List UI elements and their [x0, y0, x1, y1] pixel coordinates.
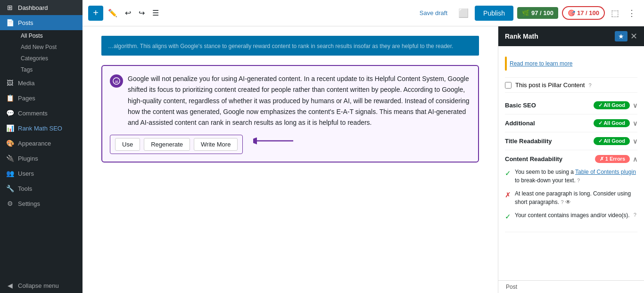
posts-icon: 📄 [6, 19, 14, 26]
content-readability-section: Content Readability ✗ 1 Errors ∧ ✓ You s… [505, 150, 637, 232]
more-options-button[interactable]: ⋮ [625, 6, 638, 21]
basic-seo-section: Basic SEO ✓ All Good ∨ [505, 97, 637, 114]
arrow-indicator [253, 135, 296, 146]
check-icon-3: ✓ [505, 212, 511, 222]
ai-generated-text: Google will not penalize you for using A… [128, 73, 471, 128]
comments-icon: 💬 [6, 109, 14, 117]
seo-score-badge[interactable]: 🌿 97 / 100 [517, 7, 558, 19]
appearance-icon: 🎨 [6, 139, 14, 147]
score-green-icon: 🌿 [522, 9, 529, 16]
add-block-button[interactable]: + [88, 6, 103, 21]
sidebar-item-appearance[interactable]: 🎨 Appearance [0, 136, 83, 151]
collapse-icon: ◀ [6, 282, 14, 289]
toolbar-right: Save draft ⬜ Publish 🌿 97 / 100 🎯 17 / 1… [415, 6, 638, 21]
sidebar-item-all-posts[interactable]: All Posts [17, 30, 83, 41]
editor-area: …algorithm. This aligns with Google's st… [83, 26, 644, 293]
sidebar-item-tools[interactable]: 🔧 Tools [0, 181, 83, 196]
sidebar-item-pages[interactable]: 📋 Pages [0, 90, 83, 106]
undo-button[interactable]: ↩ [122, 6, 134, 20]
title-readability-section: Title Readability ✓ All Good ∨ [505, 132, 637, 150]
basic-seo-label: Basic SEO [505, 102, 536, 109]
preview-icon[interactable]: ⬜ [456, 6, 471, 21]
pencil-tool-button[interactable]: ✏️ [105, 6, 120, 20]
editor-toolbar: + ✏️ ↩ ↪ ☰ Save draft ⬜ Publish 🌿 97 / 1… [83, 0, 644, 26]
error-icon-2: ✗ [505, 190, 511, 201]
readability-text-1: You seem to be using a Table of Contents… [515, 168, 637, 185]
sidebar-item-plugins[interactable]: 🔌 Plugins [0, 151, 83, 166]
eye-icon-2[interactable]: 👁 [565, 199, 571, 205]
sidebar-toggle-button[interactable]: ⬚ [609, 6, 621, 21]
basic-seo-chevron: ∨ [633, 102, 637, 109]
main-area: + ✏️ ↩ ↪ ☰ Save draft ⬜ Publish 🌿 97 / 1… [83, 0, 644, 293]
score-pink-icon: 🎯 [568, 9, 575, 16]
ai-block-header: ai Google will not penalize you for usin… [110, 73, 471, 128]
regenerate-button[interactable]: Regenerate [144, 138, 190, 151]
pillar-help-icon[interactable]: ? [588, 82, 591, 88]
editor-content[interactable]: …algorithm. This aligns with Google's st… [83, 26, 498, 293]
ai-icon: ai [110, 74, 123, 88]
toc-plugin-link[interactable]: Table of Contents plugin [575, 169, 636, 175]
right-panel-header-actions: ★ ✕ [615, 31, 637, 41]
basic-seo-header[interactable]: Basic SEO ✓ All Good ∨ [505, 101, 637, 109]
right-panel-body: Read more to learn more This post is Pil… [498, 46, 644, 280]
additional-chevron: ∨ [633, 120, 637, 127]
info-icon-2[interactable]: ? [561, 199, 563, 205]
close-panel-button[interactable]: ✕ [630, 31, 637, 41]
pages-icon: 📋 [6, 94, 14, 102]
pillar-checkbox[interactable] [505, 82, 512, 89]
users-icon: 👥 [6, 170, 14, 177]
ai-content-block: ai Google will not penalize you for usin… [101, 65, 479, 162]
sidebar-item-media[interactable]: 🖼 Media [0, 75, 83, 90]
readability-item-2: ✗ At least one paragraph is long. Consid… [505, 189, 637, 206]
settings-icon: ⚙ [6, 200, 14, 207]
plugins-icon: 🔌 [6, 155, 14, 162]
sidebar-item-rankmath[interactable]: 📊 Rank Math SEO [0, 121, 83, 136]
right-panel-header: Rank Math ★ ✕ [498, 26, 644, 46]
content-readability-header[interactable]: Content Readability ✗ 1 Errors ∧ [505, 155, 637, 163]
readability-item-3: ✓ Your content contains images and/or vi… [505, 211, 637, 222]
use-button[interactable]: Use [115, 138, 140, 151]
dashboard-icon: ⊞ [6, 4, 14, 11]
sidebar-item-users[interactable]: 👥 Users [0, 166, 83, 181]
additional-header[interactable]: Additional ✓ All Good ∨ [505, 119, 637, 127]
sidebar-item-posts[interactable]: 📄 Posts [0, 15, 83, 30]
publish-button[interactable]: Publish [475, 6, 513, 21]
redo-button[interactable]: ↪ [136, 6, 148, 20]
selected-text-block: …algorithm. This aligns with Google's st… [101, 36, 479, 56]
info-icon-3[interactable]: ? [634, 211, 636, 219]
tools-icon: 🔧 [6, 185, 14, 192]
sidebar-item-add-new[interactable]: Add New Post [17, 41, 83, 53]
check-icon-1: ✓ [505, 168, 511, 179]
svg-text:ai: ai [115, 79, 118, 84]
ai-actions-bar: Use Regenerate Write More [110, 135, 243, 154]
readability-score-badge[interactable]: 🎯 17 / 100 [562, 6, 605, 20]
pillar-label: This post is Pillar Content [515, 81, 585, 89]
sidebar: ⊞ Dashboard 📄 Posts All Posts Add New Po… [0, 0, 83, 293]
info-icon-1[interactable]: ? [577, 178, 580, 183]
sidebar-item-comments[interactable]: 💬 Comments [0, 106, 83, 121]
sidebar-item-tags[interactable]: Tags [17, 64, 83, 75]
sidebar-item-dashboard[interactable]: ⊞ Dashboard [0, 0, 83, 15]
additional-label: Additional [505, 120, 535, 127]
bottom-bar: Post [498, 280, 644, 293]
title-readability-header[interactable]: Title Readability ✓ All Good ∨ [505, 137, 637, 145]
title-readability-label: Title Readability [505, 138, 552, 145]
save-draft-button[interactable]: Save draft [415, 7, 452, 19]
title-readability-badge: ✓ All Good [594, 137, 630, 145]
star-button[interactable]: ★ [615, 31, 627, 41]
media-icon: 🖼 [6, 79, 14, 87]
rank-math-link[interactable]: Read more to learn more [510, 60, 572, 67]
write-more-button[interactable]: Write More [194, 138, 238, 151]
bottom-bar-label: Post [506, 284, 517, 290]
rank-math-link-section: Read more to learn more [505, 51, 637, 78]
sidebar-item-settings[interactable]: ⚙ Settings [0, 196, 83, 211]
basic-seo-badge: ✓ All Good [594, 101, 630, 109]
additional-section: Additional ✓ All Good ∨ [505, 114, 637, 132]
score-pink-value: 17 / 100 [577, 9, 599, 16]
content-readability-label: Content Readability [505, 155, 562, 163]
right-panel: Rank Math ★ ✕ Read more to learn more [498, 26, 644, 293]
details-button[interactable]: ☰ [149, 6, 162, 20]
sidebar-collapse[interactable]: ◀ Collapse menu [0, 278, 83, 293]
sidebar-item-categories[interactable]: Categories [17, 53, 83, 64]
readability-item-1: ✓ You seem to be using a Table of Conten… [505, 168, 637, 185]
